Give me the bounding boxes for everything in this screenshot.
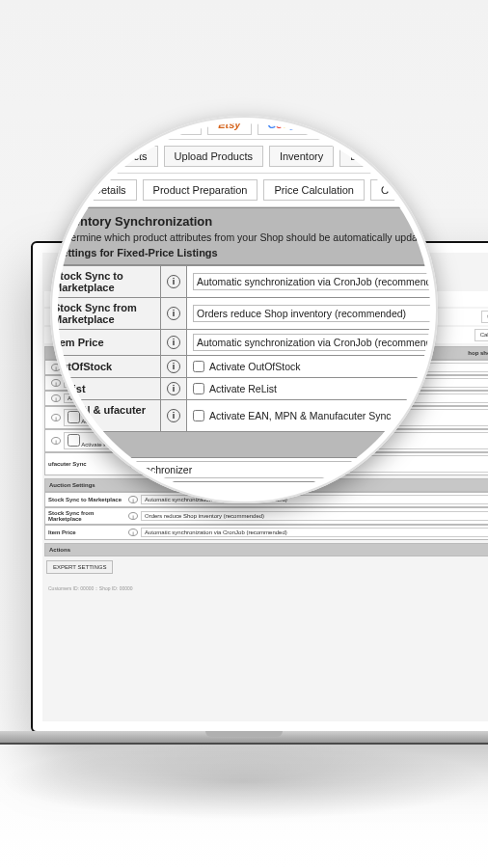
- label-stock-from: Stock Sync from Marketplace: [58, 298, 161, 330]
- info-icon[interactable]: i: [51, 394, 61, 402]
- bg-a2-val[interactable]: Orders reduce Shop inventory (recommende…: [141, 511, 488, 521]
- bg-cfg-calc[interactable]: Calculation: [474, 329, 488, 341]
- info-icon[interactable]: i: [167, 409, 180, 422]
- checkbox-oos[interactable]: [193, 361, 204, 372]
- checkbox-relist-label[interactable]: Activate ReList: [193, 383, 430, 394]
- tab-ebay[interactable]: ebay: [88, 123, 133, 135]
- row-stock-from: Stock Sync from Marketplace i Orders red…: [58, 298, 430, 330]
- checkbox-oos-text: Activate OutOfStock: [209, 361, 301, 372]
- label-item-price: Item Price: [58, 330, 161, 356]
- info-icon[interactable]: i: [167, 307, 180, 320]
- bg-a1-lbl: Stock Sync to Marketplace: [48, 497, 125, 502]
- label-stock-to: Stock Sync to Marketplace: [58, 266, 161, 298]
- checkbox-relist[interactable]: [193, 383, 204, 394]
- checkbox-ean-label[interactable]: Activate EAN, MPN & Manufacuter Sync: [193, 410, 430, 421]
- info-icon[interactable]: i: [128, 529, 138, 536]
- bg-a2-lbl: Stock Sync from Marketplace: [48, 510, 125, 522]
- section-tabs: Prepare Products Upload Products Invento…: [58, 140, 430, 174]
- expert-settings-button[interactable]: EXPERT SETTINGS: [46, 560, 113, 574]
- select-item-price[interactable]: Automatic synchronization via CronJob (r…: [193, 334, 430, 351]
- marketplace-tabs: n ebay Rakuten Etsy Google: [58, 123, 430, 140]
- panel-title: Inventory Synchronization: [58, 214, 430, 229]
- magnifier-lens: n ebay Rakuten Etsy Google Prepare Produ…: [50, 116, 438, 503]
- subtab-order-import[interactable]: Order Import: [370, 179, 430, 201]
- tab-amazon-cut[interactable]: n: [58, 123, 82, 135]
- tab-upload-products[interactable]: Upload Products: [164, 146, 263, 167]
- tab-error-log[interactable]: Error Log: [339, 146, 405, 167]
- info-icon[interactable]: i: [128, 496, 138, 503]
- subtab-login[interactable]: Login Details: [58, 179, 137, 201]
- info-icon[interactable]: i: [128, 512, 138, 520]
- info-icon[interactable]: i: [167, 382, 180, 395]
- bg-arow-3: Item PriceiAutomatic synchronization via…: [44, 525, 488, 540]
- select-stock-to[interactable]: Automatic synchronization via CronJob (r…: [193, 273, 430, 290]
- bg-a3-val[interactable]: Automatic synchronization via CronJob (r…: [141, 528, 488, 537]
- info-icon[interactable]: i: [167, 360, 180, 373]
- bg-a3-lbl: Item Price: [48, 529, 125, 535]
- label-oos: OutOfStock: [58, 356, 161, 378]
- bg-footer: Customers ID: 00000 :: Shop ID: 00000: [42, 578, 488, 599]
- row-outofstock: OutOfStock i Activate OutOfStock: [58, 356, 430, 378]
- subtab-product-prep[interactable]: Product Preparation: [143, 179, 258, 201]
- settings-table: Stock Sync to Marketplace i Automatic sy…: [58, 265, 430, 432]
- select-stock-from[interactable]: Orders reduce Shop inventory (recommende…: [193, 305, 430, 322]
- bg-panel-desc: hop should be automatically updated on e…: [468, 350, 488, 356]
- inventory-sync-header: Inventory Synchronization Determine whic…: [58, 207, 430, 265]
- info-icon[interactable]: i: [167, 275, 180, 288]
- tab-rakuten[interactable]: Rakuten: [139, 123, 202, 135]
- info-icon[interactable]: i: [51, 437, 61, 445]
- bg-oos-checkbox[interactable]: [68, 411, 80, 423]
- laptop-base: [0, 731, 488, 745]
- tab-google[interactable]: Google: [258, 123, 315, 135]
- checkbox-ean[interactable]: [193, 410, 204, 421]
- config-subtabs: Login Details Product Preparation Price …: [58, 174, 430, 207]
- tab-inventory[interactable]: Inventory: [269, 146, 334, 167]
- row-ean-mpn: N, MPN & ufacuter Sync i Activate EAN, M…: [58, 400, 430, 432]
- subtab-price-calc[interactable]: Price Calculation: [263, 179, 365, 201]
- bg-tab-tory[interactable]: tory: [481, 311, 488, 323]
- bg-relist-checkbox[interactable]: [68, 434, 80, 447]
- tab-prepare-products[interactable]: Prepare Products: [58, 146, 158, 167]
- tab-etsy[interactable]: Etsy: [207, 123, 251, 135]
- bg-row6-lbl: ufacuter Sync: [48, 461, 125, 467]
- info-icon[interactable]: i: [51, 379, 61, 387]
- info-icon[interactable]: i: [51, 414, 61, 421]
- row-relist: ReList i Activate ReList: [58, 378, 430, 400]
- bg-actions-head: Actions: [44, 543, 488, 556]
- info-icon[interactable]: i: [167, 336, 180, 349]
- checkbox-oos-label[interactable]: Activate OutOfStock: [193, 361, 430, 372]
- row-item-price: Item Price i Automatic synchronization v…: [58, 330, 430, 356]
- label-relist: ReList: [58, 378, 161, 400]
- panel-subhead: Settings for Fixed-Price Listings: [58, 247, 430, 258]
- row-stock-to: Stock Sync to Marketplace i Automatic sy…: [58, 266, 430, 298]
- checkbox-ean-text: Activate EAN, MPN & Manufacuter Sync: [209, 410, 392, 421]
- bg-arow-2: Stock Sync from MarketplaceiOrders reduc…: [44, 507, 488, 525]
- checkbox-relist-text: Activate ReList: [209, 383, 277, 394]
- panel-description: Determine which product attributes from …: [58, 231, 430, 243]
- tab-configuration-cut[interactable]: C: [411, 146, 430, 167]
